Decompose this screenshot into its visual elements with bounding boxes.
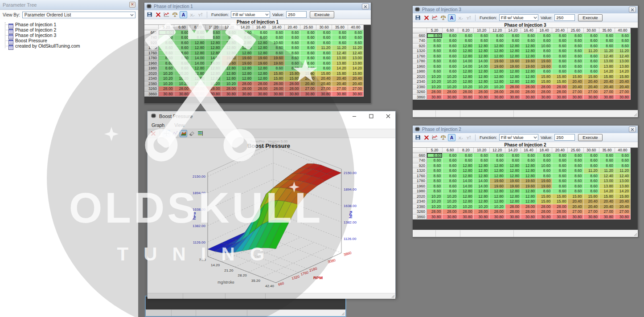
map-cell[interactable]: 30.80 — [615, 215, 631, 220]
map-cell[interactable]: 8.60 — [159, 41, 174, 46]
map-cell[interactable]: 14.00 — [206, 56, 222, 61]
map-cell[interactable]: 11.20 — [615, 168, 631, 174]
map-cell[interactable]: 28.00 — [222, 86, 238, 92]
map-cell[interactable]: 14.00 — [206, 61, 222, 66]
map-cell[interactable]: 8.60 — [599, 33, 615, 39]
map-cell[interactable]: 10.20 — [474, 204, 489, 210]
map-cell[interactable]: 8.60 — [552, 168, 568, 174]
map-cell[interactable]: 15.80 — [599, 194, 615, 199]
delete-icon[interactable] — [422, 14, 430, 21]
map-cell[interactable]: 28.00 — [490, 89, 505, 95]
map-cell[interactable]: 8.60 — [568, 38, 583, 44]
map-cell[interactable]: 12.80 — [474, 168, 489, 174]
map-cell[interactable]: 10.20 — [427, 204, 443, 210]
map-cell[interactable]: 11.20 — [599, 168, 615, 174]
map-cell[interactable]: 11.20 — [348, 45, 364, 51]
map-cell[interactable]: 20.40 — [584, 199, 599, 204]
map-cell[interactable]: 8.60 — [443, 189, 458, 194]
map-cell[interactable]: 10.60 — [537, 163, 552, 169]
map-cell[interactable]: 12.80 — [222, 51, 238, 56]
menu-view[interactable]: View — [174, 122, 185, 128]
map-cell[interactable]: 8.60 — [458, 38, 474, 44]
map-cell[interactable]: 12.80 — [474, 163, 489, 169]
map-cell[interactable]: 8.60 — [174, 51, 190, 56]
sidebar-item-phase-of-injection-3[interactable]: Phase of Injection 3 — [3, 33, 138, 38]
map-cell[interactable]: 28.00 — [505, 85, 521, 90]
map-cell[interactable]: 8.60 — [537, 189, 552, 194]
map-cell[interactable]: 8.60 — [474, 33, 489, 39]
map-cell[interactable]: 12.80 — [253, 45, 269, 51]
map-cell[interactable]: 30.80 — [348, 92, 364, 97]
map-cell[interactable]: 8.60 — [348, 35, 364, 41]
map-cell[interactable]: 8.60 — [584, 69, 599, 74]
map-cell[interactable]: 28.00 — [285, 86, 300, 92]
map-cell[interactable]: 8.60 — [285, 30, 300, 36]
map-cell[interactable]: 12.80 — [505, 79, 521, 85]
map-cell[interactable]: 12.80 — [190, 66, 206, 71]
map-cell[interactable]: 12.80 — [253, 66, 269, 71]
map-cell[interactable]: 8.60 — [269, 45, 285, 51]
map-cell[interactable]: 10.60 — [537, 44, 552, 49]
map-cell[interactable]: 8.60 — [599, 163, 615, 169]
map-cell[interactable]: 30.80 — [427, 95, 443, 100]
map-cell[interactable]: 8.60 — [316, 61, 332, 66]
map-cell[interactable]: 20.40 — [599, 199, 615, 204]
map-cell[interactable]: 8.60 — [615, 163, 631, 169]
map-cell[interactable]: 30.80 — [159, 92, 174, 97]
map-cell[interactable]: 12.40 — [332, 51, 348, 56]
map-cell[interactable]: 8.60 — [190, 30, 206, 36]
map-cell[interactable]: 12.80 — [521, 174, 537, 179]
map-cell[interactable]: 8.60 — [458, 33, 474, 39]
map-cell[interactable]: 30.80 — [599, 215, 615, 220]
map-cell[interactable]: 27.00 — [568, 209, 583, 215]
map-cell[interactable]: 30.80 — [584, 95, 599, 100]
map-cell[interactable]: 8.60 — [443, 69, 458, 74]
map-cell[interactable]: 12.80 — [253, 76, 269, 81]
map-cell[interactable]: 8.60 — [427, 64, 443, 69]
map-cell[interactable]: 8.60 — [316, 30, 332, 36]
map-cell[interactable]: 8.60 — [568, 59, 583, 64]
map-cell[interactable]: 12.80 — [521, 74, 537, 80]
map-cell[interactable]: 27.00 — [300, 86, 316, 92]
map-cell[interactable]: 8.60 — [427, 44, 443, 49]
map-cell[interactable]: 15.80 — [552, 194, 568, 199]
map-cell[interactable]: 14.20 — [348, 66, 364, 71]
map-cell[interactable]: 12.80 — [190, 76, 206, 81]
map-cell[interactable]: 12.40 — [599, 174, 615, 179]
map-cell[interactable]: 8.60 — [443, 158, 458, 163]
layers-icon[interactable] — [197, 130, 204, 137]
map-cell[interactable]: 15.80 — [332, 71, 348, 77]
map-cell[interactable]: 15.80 — [615, 194, 631, 199]
map-cell[interactable]: 12.80 — [474, 194, 489, 199]
axis-a-icon[interactable]: A — [448, 134, 455, 141]
resize-grip[interactable] — [632, 230, 638, 237]
map-cell[interactable]: 20.40 — [300, 81, 316, 87]
map-cell[interactable]: 11.20 — [584, 49, 599, 54]
map-cell[interactable]: 8.60 — [537, 174, 552, 179]
map-cell[interactable]: 12.80 — [238, 45, 253, 51]
map-cell[interactable]: 12.80 — [206, 76, 222, 81]
map-cell[interactable]: 28.00 — [443, 209, 458, 215]
map-cell[interactable]: 8.60 — [285, 51, 300, 56]
map-cell[interactable]: 12.80 — [238, 41, 253, 46]
execute-button[interactable]: Execute — [578, 134, 602, 141]
maximize-button[interactable] — [364, 111, 378, 121]
map-cell[interactable]: 19.60 — [537, 59, 552, 64]
map-cell[interactable]: 28.00 — [521, 85, 537, 90]
map-cell[interactable]: 10.20 — [443, 85, 458, 90]
map-cell[interactable]: 10.20 — [458, 204, 474, 210]
map-cell[interactable]: 10.20 — [443, 199, 458, 204]
map-cell[interactable]: 12.80 — [490, 54, 505, 59]
execute-button[interactable]: Execute — [310, 11, 334, 18]
map-cell[interactable]: 8.60 — [490, 158, 505, 163]
map-cell[interactable]: 19.60 — [521, 59, 537, 64]
function-select[interactable]: Fill w/ Value — [499, 134, 538, 141]
map-cell[interactable]: 30.80 — [427, 215, 443, 220]
map-cell[interactable]: 12.80 — [474, 189, 489, 194]
map-cell[interactable]: 20.40 — [599, 204, 615, 210]
map-cell[interactable]: 8.60 — [537, 54, 552, 59]
map-cell[interactable]: 30.80 — [458, 95, 474, 100]
map-cell[interactable]: 13.00 — [599, 59, 615, 64]
map-cell[interactable]: 8.60 — [552, 189, 568, 194]
map-cell[interactable]: 20.40 — [584, 204, 599, 210]
